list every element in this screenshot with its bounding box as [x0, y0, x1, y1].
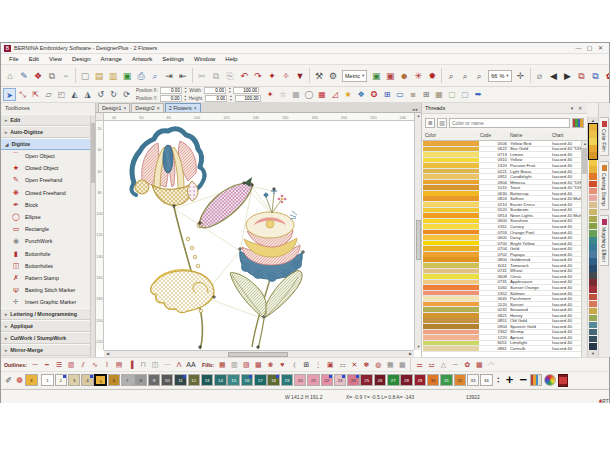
remove-color-button[interactable]: −: [519, 373, 527, 387]
pattern-stamp-icon[interactable]: ▦: [316, 88, 329, 101]
bring-to-front-icon[interactable]: ⧉: [589, 68, 603, 84]
palette-color-10[interactable]: 10: [161, 374, 174, 387]
film-color-chip[interactable]: [589, 195, 597, 202]
close-button[interactable]: ✕: [595, 43, 606, 53]
contour-fill-icon[interactable]: ◍: [372, 359, 384, 371]
flower-fill-icon[interactable]: ❀: [264, 359, 276, 371]
no-fill-icon[interactable]: ─: [449, 359, 461, 371]
film-color-chip[interactable]: [589, 301, 597, 308]
tab-design1[interactable]: Design1×: [98, 103, 130, 112]
palette-color-13[interactable]: 13: [201, 374, 214, 387]
palette-color-18[interactable]: 18: [267, 374, 280, 387]
palette-color-11[interactable]: 11: [174, 374, 187, 387]
scale-x-input[interactable]: [233, 87, 259, 94]
film-color-chip[interactable]: [589, 315, 597, 322]
tool-buttonhole[interactable]: ▮Buttonhole: [1, 248, 95, 260]
position-x-input[interactable]: [160, 87, 182, 94]
position-y-spinner[interactable]: ▲▼: [184, 95, 187, 101]
mesh-fill-icon[interactable]: ▦: [384, 359, 396, 371]
emboss-2-icon[interactable]: ⚍: [425, 359, 437, 371]
show-artwork-icon[interactable]: ▣: [369, 68, 383, 84]
zoom-factor-input[interactable]: 66%▾: [488, 70, 511, 82]
candlewicking-icon[interactable]: ⋯: [161, 359, 173, 371]
open-border-icon[interactable]: ⊓: [137, 359, 149, 371]
color-wheel-button[interactable]: [544, 374, 556, 386]
toolbox-section-appliqu[interactable]: ▹Appliqué: [1, 320, 95, 332]
palette-color-33[interactable]: 33: [467, 374, 480, 387]
film-color-chip[interactable]: [589, 258, 597, 265]
toolbox-section-cutwork-stumpwork[interactable]: ▹CutWork / StumpWork: [1, 332, 95, 344]
column-name[interactable]: Name: [510, 133, 552, 138]
show-grid-icon[interactable]: ⊞: [420, 88, 433, 101]
tab-close-icon[interactable]: ×: [123, 105, 126, 111]
portal-home-icon[interactable]: ⌂: [3, 68, 17, 84]
zigzag-outline-icon[interactable]: ⫽: [77, 359, 89, 371]
single-outline-icon[interactable]: ─: [29, 359, 41, 371]
film-color-chip[interactable]: [589, 223, 597, 230]
palette-color-34[interactable]: 34: [480, 374, 493, 387]
canvas-color-2-icon[interactable]: ▢: [459, 88, 472, 101]
carving-stamp-icon[interactable]: ▦: [290, 88, 303, 101]
fancy-edge-icon[interactable]: ◿: [329, 88, 342, 101]
lattice-fill-icon[interactable]: ⊞: [381, 88, 394, 101]
blanket-outline-icon[interactable]: ▤: [113, 359, 125, 371]
star-fill-icon[interactable]: ★: [342, 88, 355, 101]
film-color-chip[interactable]: [589, 230, 597, 237]
palette-color-32[interactable]: 32: [454, 374, 467, 387]
palette-color-6[interactable]: 6: [108, 374, 121, 387]
stitch-player-icon[interactable]: ✹: [425, 68, 439, 84]
palette-color-5[interactable]: 5: [94, 374, 107, 387]
film-color-chip[interactable]: [589, 265, 597, 272]
height-input[interactable]: [205, 95, 227, 102]
column-code[interactable]: Code: [480, 133, 510, 138]
width-input[interactable]: [204, 87, 226, 94]
height-spinner[interactable]: ▲▼: [229, 95, 232, 101]
film-color-chip[interactable]: [589, 294, 597, 301]
palette-color-22[interactable]: 22: [321, 374, 334, 387]
print-icon[interactable]: ⎙: [134, 68, 148, 84]
palette-color-16[interactable]: 16: [241, 374, 254, 387]
palette-color-27[interactable]: 27: [387, 374, 400, 387]
column-chart[interactable]: Chart: [552, 133, 582, 138]
step-fill-icon[interactable]: ▦: [216, 359, 228, 371]
fancy-fill-icon[interactable]: ▨: [240, 359, 252, 371]
film-color-chip[interactable]: [589, 244, 597, 251]
heart-fill-icon[interactable]: ♥: [276, 359, 288, 371]
film-color-chip[interactable]: [589, 272, 597, 279]
apply-color-icon[interactable]: ❁: [14, 376, 25, 385]
insert-embroidery-icon[interactable]: ✦: [265, 68, 279, 84]
palette-color-15[interactable]: 15: [227, 374, 240, 387]
palette-color-17[interactable]: 17: [254, 374, 267, 387]
palette-color-9[interactable]: 9: [148, 374, 161, 387]
units-combo[interactable]: Metric▾: [342, 70, 367, 82]
palette-color-23[interactable]: 23: [334, 374, 347, 387]
tool-pattern-stamp[interactable]: ✗Pattern Stamp: [1, 272, 95, 284]
write-to-machine-icon[interactable]: ⇥: [162, 68, 176, 84]
palette-color-3[interactable]: 3: [68, 374, 81, 387]
tab-2-flowers[interactable]: 2 Flowers×: [165, 103, 201, 112]
toolbox-section-lettering-monogramming[interactable]: ▹Lettering / Monogramming: [1, 308, 95, 320]
film-color-chip[interactable]: [589, 173, 597, 180]
tab-close-icon[interactable]: ×: [194, 105, 197, 111]
show-template-icon[interactable]: ⧈: [407, 88, 420, 101]
grid-fill-icon[interactable]: ⊞: [300, 359, 312, 371]
menu-file[interactable]: File: [4, 56, 24, 62]
pattern-fill-icon[interactable]: ▣: [324, 359, 336, 371]
film-color-chip[interactable]: [589, 188, 597, 195]
menu-design[interactable]: Design: [67, 56, 96, 62]
export-machine-file-icon[interactable]: ⇤: [176, 68, 190, 84]
tool-closed-freehand[interactable]: ❋Closed Freehand: [1, 187, 95, 199]
tool-ellipse[interactable]: ◯Ellipse: [1, 211, 95, 223]
copy-icon[interactable]: ⧉: [209, 68, 223, 84]
motif-fill-icon[interactable]: ✾: [360, 359, 372, 371]
measure-icon[interactable]: ⌀: [533, 68, 547, 84]
tool-open-object[interactable]: ⌒Open Object: [1, 150, 95, 162]
color-picker-icon[interactable]: ✐: [3, 376, 14, 385]
send-to-back-icon[interactable]: ⧉: [575, 68, 589, 84]
palette-color-19[interactable]: 19: [281, 374, 294, 387]
film-color-chip[interactable]: [589, 216, 597, 223]
pan-icon[interactable]: ✛: [514, 68, 528, 84]
column-view-icon[interactable]: ▥: [437, 118, 447, 128]
new-design-icon[interactable]: ▢: [78, 68, 92, 84]
palette-color-20[interactable]: 20: [294, 374, 307, 387]
